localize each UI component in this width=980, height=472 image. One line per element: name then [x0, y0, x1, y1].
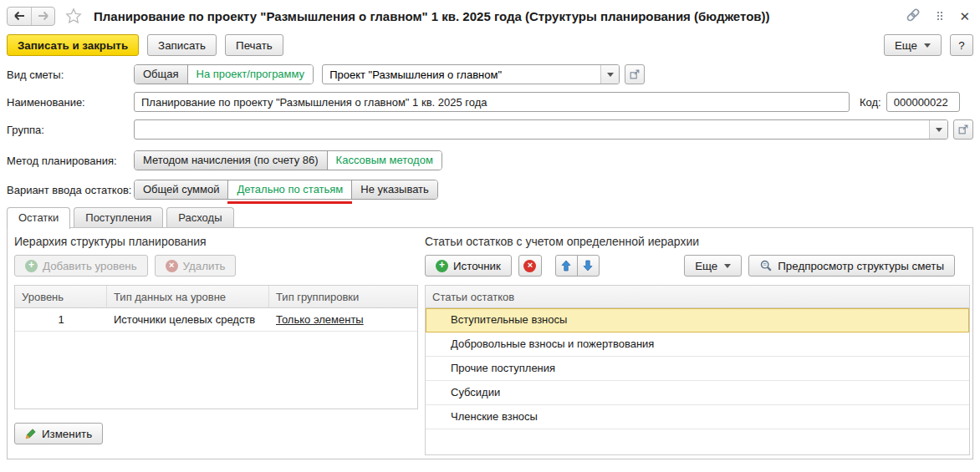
group-dropdown-button[interactable]	[929, 120, 947, 139]
data-type-cell: Источники целевых средств	[107, 313, 269, 326]
hierarchy-panel-title: Иерархия структуры планирования	[14, 235, 418, 248]
balances-table: Статьи остатков Вступительные взносы Доб…	[425, 285, 970, 455]
project-dropdown-button[interactable]	[600, 65, 619, 84]
save-button[interactable]: Записать	[147, 34, 217, 56]
method-option-accrual[interactable]: Методом начисления (по счету 86)	[135, 151, 327, 170]
edit-button-label: Изменить	[42, 428, 92, 440]
forward-arrow-icon	[37, 11, 50, 21]
delete-level-label: Удалить	[183, 260, 226, 272]
save-and-close-button[interactable]: Записать и закрыть	[7, 34, 139, 56]
add-source-button[interactable]: Источник	[425, 255, 512, 277]
plus-icon	[25, 260, 38, 272]
variant-option-detailed[interactable]: Детально по статьям	[227, 180, 351, 199]
variant-option-total[interactable]: Общей суммой	[135, 180, 227, 199]
more-commands-icon[interactable]	[937, 12, 942, 20]
level-cell: 1	[15, 313, 107, 326]
delete-item-button[interactable]	[518, 255, 542, 277]
hierarchy-panel: Иерархия структуры планирования Добавить…	[14, 235, 418, 409]
x-circle-icon	[523, 260, 536, 272]
balances-table-header: Статьи остатков	[426, 286, 969, 308]
group-combo-input[interactable]	[135, 120, 929, 139]
window-titlebar: Планирование по проекту "Размышления о г…	[0, 0, 980, 32]
tab-expenses[interactable]: Расходы	[166, 207, 233, 227]
balance-items-panel-title: Статьи остатков с учетом определенной ие…	[425, 235, 970, 248]
hierarchy-table: Уровень Тип данных на уровне Тип группир…	[14, 285, 418, 409]
tab-receipts[interactable]: Поступления	[74, 207, 163, 227]
edit-button[interactable]: Изменить	[14, 423, 103, 444]
open-form-icon	[629, 69, 641, 80]
balance-entry-label: Вариант ввода остатков:	[7, 184, 134, 196]
method-option-cash[interactable]: Кассовым методом	[327, 151, 442, 170]
balance-row[interactable]: Членские взносы	[426, 405, 969, 429]
caret-down-icon	[607, 73, 614, 77]
balance-items-panel: Статьи остатков с учетом определенной ие…	[425, 235, 970, 455]
name-label: Наименование:	[7, 96, 134, 109]
magnifier-icon	[759, 259, 773, 272]
estimate-kind-option-general[interactable]: Общая	[135, 65, 187, 84]
balance-row[interactable]: Добровольные взносы и пожертвования	[426, 332, 969, 357]
group-label: Группа:	[7, 124, 134, 136]
project-open-button[interactable]	[625, 64, 645, 84]
tab-bar: Остатки Поступления Расходы	[7, 207, 237, 229]
more-button-label: Еще	[895, 39, 917, 52]
command-bar: Записать и закрыть Записать Печать Еще ?	[7, 34, 973, 56]
group-open-button[interactable]	[953, 119, 973, 140]
group-combo	[134, 119, 948, 140]
page-title: Планирование по проекту "Размышления о г…	[94, 9, 770, 23]
estimate-kind-label: Вид сметы:	[7, 69, 134, 81]
preview-button-label: Предпросмотр структуры сметы	[778, 260, 944, 272]
balance-row[interactable]: Вступительные взносы	[426, 308, 969, 332]
tab-balances[interactable]: Остатки	[7, 207, 70, 229]
column-group-type: Тип группировки	[269, 286, 417, 307]
column-data-type: Тип данных на уровне	[107, 286, 269, 307]
preview-button[interactable]: Предпросмотр структуры сметы	[748, 255, 955, 277]
caret-down-icon	[936, 128, 942, 132]
delete-level-button: Удалить	[155, 255, 237, 277]
nav-group	[7, 7, 55, 26]
panel-more-label: Еще	[695, 260, 717, 272]
project-combo-input[interactable]	[323, 65, 600, 84]
project-combo	[322, 64, 620, 84]
form-area: Вид сметы: Общая На проект/программу Наи…	[7, 64, 973, 207]
name-input[interactable]	[134, 92, 850, 112]
panel-more-button[interactable]: Еще	[684, 255, 742, 277]
code-label: Код:	[860, 96, 881, 109]
back-arrow-icon	[13, 11, 26, 21]
column-level: Уровень	[15, 286, 107, 307]
planning-method-label: Метод планирования:	[7, 155, 134, 167]
caret-down-icon	[924, 43, 931, 48]
help-button[interactable]: ?	[950, 34, 973, 56]
add-source-label: Источник	[453, 260, 501, 272]
caret-down-icon	[724, 264, 731, 268]
plus-icon	[436, 260, 448, 272]
estimate-kind-option-project[interactable]: На проект/программу	[187, 65, 314, 84]
group-type-link[interactable]: Только элементы	[269, 313, 364, 326]
print-button[interactable]: Печать	[225, 34, 283, 56]
balance-row[interactable]: Прочие поступления	[426, 357, 969, 381]
code-input[interactable]	[886, 92, 960, 112]
forward-button	[31, 8, 54, 25]
arrow-down-icon	[583, 260, 593, 272]
hierarchy-table-header: Уровень Тип данных на уровне Тип группир…	[15, 286, 417, 308]
variant-option-none[interactable]: Не указывать	[351, 180, 437, 199]
link-icon[interactable]	[906, 8, 921, 25]
balance-entry-toggle: Общей суммой Детально по статьям Не указ…	[134, 180, 438, 200]
move-down-button[interactable]	[577, 255, 600, 277]
balances-tab-page: Иерархия структуры планирования Добавить…	[7, 227, 973, 459]
planning-method-toggle: Методом начисления (по счету 86) Кассовы…	[134, 150, 442, 170]
move-up-button[interactable]	[555, 255, 578, 277]
favorite-star-icon[interactable]	[65, 8, 82, 24]
add-level-label: Добавить уровень	[43, 260, 137, 272]
table-row[interactable]: 1 Источники целевых средств Только элеме…	[15, 308, 417, 332]
pencil-icon	[25, 428, 37, 439]
arrow-up-icon	[561, 260, 571, 272]
open-form-icon	[957, 124, 969, 135]
balance-row[interactable]: Субсидии	[426, 381, 969, 405]
close-icon[interactable]: ✕	[959, 10, 970, 23]
estimate-kind-toggle: Общая На проект/программу	[134, 64, 314, 84]
x-circle-icon	[166, 260, 178, 272]
add-level-button: Добавить уровень	[14, 255, 148, 277]
more-button[interactable]: Еще	[884, 34, 942, 56]
back-button[interactable]	[8, 8, 31, 25]
